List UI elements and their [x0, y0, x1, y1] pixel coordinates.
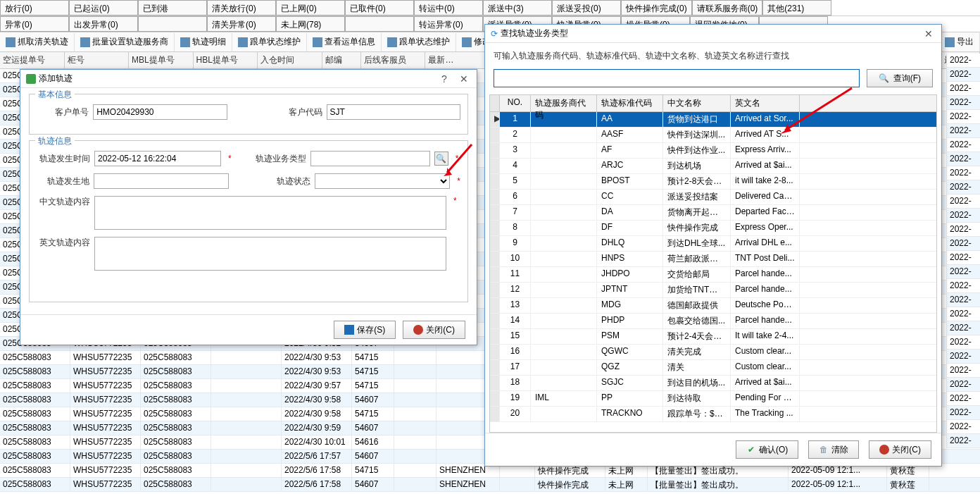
lookup-row[interactable]: 8DF快件操作完成Express Oper... [490, 221, 936, 236]
trash-icon: 🗑 [819, 445, 829, 455]
en-content-label: 英文轨迹内容 [37, 237, 90, 249]
status-tab[interactable]: 转运中(0) [414, 0, 483, 16]
date-cell: 2022- [946, 364, 980, 378]
cust-no-label: 客户单号 [37, 106, 89, 118]
search-button[interactable]: 🔍查询(F) [867, 69, 933, 87]
track-place-label: 轨迹发生地 [37, 175, 89, 187]
date-cell: 2022- [946, 378, 980, 392]
lookup-row[interactable]: 10HNPS荷兰邮政派送中TNT Post Deli... [490, 252, 936, 267]
toolbar-button[interactable]: 查看运单信息 [307, 33, 382, 51]
date-cell: 2022- [946, 321, 980, 335]
grid-col-header[interactable]: 入仓时间 [258, 52, 322, 68]
save-icon [344, 325, 354, 335]
status-tab[interactable]: 清关异常(0) [207, 16, 276, 32]
track-place-input[interactable] [94, 173, 229, 189]
lookup-row[interactable]: 4ARJC到达机场Arrived at $ai... [490, 159, 936, 174]
lookup-row[interactable]: 6CC派送妥投结案Delivered Cas... [490, 190, 936, 205]
date-cell: 2022- [946, 251, 980, 265]
section-basic: 基本信息 [35, 89, 75, 101]
add-track-dialog: 添加轨迹 ? ✕ 基本信息 客户单号 客户代码 轨迹信息 轨迹发生时间 * 轨迹… [20, 69, 477, 345]
cust-no-input[interactable] [93, 104, 227, 120]
date-cell: 2022- [946, 209, 980, 223]
forbidden-icon [879, 445, 889, 455]
toolbar-button[interactable]: 跟单状态维护 [232, 33, 307, 51]
date-cell: 2022- [946, 434, 980, 448]
lookup-row[interactable]: 17QGZ清关Custom clear... [490, 360, 936, 376]
lookup-row[interactable]: ▶1AA货物到达港口Arrived at Sor... [490, 112, 936, 128]
date-cell: 2022- [946, 293, 980, 307]
grid-col-header[interactable]: 柜号 [65, 52, 130, 68]
grid-col-header[interactable]: 最新… [425, 52, 490, 68]
close-icon[interactable]: ✕ [922, 27, 936, 41]
table-row[interactable]: 025C588083WHSU5772235025C5880832022/5/6 … [0, 478, 980, 492]
status-tab[interactable]: 清关放行(0) [207, 0, 276, 16]
close-button-2[interactable]: 关闭(C) [869, 440, 931, 459]
date-cell: 2022- [946, 420, 980, 434]
status-tab[interactable]: 已取件(0) [345, 0, 414, 16]
lookup-row[interactable]: 19IMLPP到达待取Pending For P... [490, 391, 936, 407]
lookup-row[interactable]: 15PSM预计2-4天会到...It will take 2-4... [490, 329, 936, 345]
tool-icon [80, 37, 90, 47]
tool-icon [180, 37, 190, 47]
lookup-row[interactable]: 9DHLQ到达DHL全球...Arrival DHL e... [490, 236, 936, 252]
cn-content-textarea[interactable] [94, 196, 446, 230]
status-tab[interactable]: 已起运(0) [69, 0, 138, 16]
status-tab[interactable]: 其他(231) [762, 0, 831, 16]
lookup-row[interactable]: 7DA货物离开起运港Departed Faci... [490, 205, 936, 221]
status-tab[interactable] [138, 16, 207, 32]
toolbar-button[interactable]: 批量设置轨迹服务商 [75, 33, 175, 51]
grid-col-header[interactable]: HBL提单号 [194, 52, 258, 68]
status-tab[interactable]: 派送妥投(0) [552, 0, 621, 16]
status-tab[interactable]: 派送中(3) [483, 0, 552, 16]
lookup-row[interactable]: 3AF快件到达作业...Express Arriv... [490, 143, 936, 159]
toolbar-button[interactable]: 跟单状态维护 [382, 33, 456, 51]
toolbar-button[interactable]: 导出 [939, 33, 980, 51]
lookup-row[interactable]: 16QGWC清关完成Custom clear... [490, 345, 936, 360]
status-tab[interactable]: 转运异常(0) [414, 16, 483, 32]
save-button[interactable]: 保存(S) [334, 321, 396, 339]
lookup-track-type-dialog: ⟳查找轨迹业务类型 ✕ 可输入轨迹服务商代码、轨迹标准代码、轨迹中文名称、轨迹英… [484, 24, 942, 467]
track-time-input[interactable] [94, 151, 221, 166]
status-tab[interactable]: 放行(0) [0, 0, 69, 16]
lookup-row[interactable]: 5BPOST预计2-8天会完...it will take 2-8... [490, 174, 936, 190]
en-content-textarea[interactable] [94, 237, 446, 271]
date-cell: 2022- [946, 68, 980, 82]
cust-code-input[interactable] [327, 104, 460, 120]
date-cell: 2022- [946, 223, 980, 237]
lookup-row[interactable]: 2AASF快件到达深圳...Arrived AT S... [490, 128, 936, 143]
date-cell: 2022- [946, 237, 980, 251]
grid-col-header[interactable]: 空运提单号 [0, 52, 65, 68]
lookup-row[interactable]: 12JPTNT加货给TNT邮局Parcel hande... [490, 283, 936, 298]
tool-icon [238, 37, 248, 47]
status-tab[interactable]: 已上网(0) [276, 0, 345, 16]
lookup-row[interactable]: 18SGJC到达目的机场...Arrived at $ai... [490, 376, 936, 391]
date-cell: 2022- [946, 166, 980, 180]
track-status-select[interactable] [315, 173, 450, 189]
toolbar-button[interactable]: 轨迹明细 [175, 33, 232, 51]
confirm-button[interactable]: ✔确认(O) [736, 440, 798, 459]
status-tab[interactable]: 请联系服务商(0) [692, 0, 763, 16]
status-tab[interactable] [345, 16, 414, 32]
status-tab[interactable]: 异常(0) [0, 16, 69, 32]
lookup-row[interactable]: 13MDG德国邮政提供Deutsche Post... [490, 298, 936, 314]
track-status-label: 轨迹状态 [258, 175, 310, 187]
status-tab[interactable]: 快件操作完成(0) [621, 0, 692, 16]
close-button[interactable]: 关闭(C) [403, 321, 465, 339]
status-tab[interactable]: 未上网(78) [276, 16, 345, 32]
status-tab[interactable]: 出发异常(0) [69, 16, 138, 32]
status-tab[interactable]: 已到港 [138, 0, 207, 16]
grid-col-header[interactable]: 后线客服员 [361, 52, 426, 68]
close-icon[interactable]: ✕ [457, 72, 471, 86]
clear-button[interactable]: 🗑清除 [808, 440, 859, 459]
date-cell: 2022- [946, 110, 980, 124]
lookup-row[interactable]: 20TRACKNO跟踪单号：$se...The Tracking ... [490, 407, 936, 422]
lookup-row[interactable]: 14PHDP包裹交给德国...Parcel hande... [490, 314, 936, 329]
section-track: 轨迹信息 [35, 135, 75, 147]
toolbar-button[interactable]: 抓取清关轨迹 [0, 33, 75, 51]
grid-col-header[interactable]: MBL提单号 [129, 52, 194, 68]
lookup-row[interactable]: 11JHDPO交货给邮局Parcel hande... [490, 267, 936, 283]
tool-icon [313, 37, 322, 47]
grid-col-header[interactable]: 邮编 [322, 52, 361, 68]
track-type-input[interactable] [310, 151, 430, 166]
help-icon[interactable]: ? [437, 72, 451, 86]
